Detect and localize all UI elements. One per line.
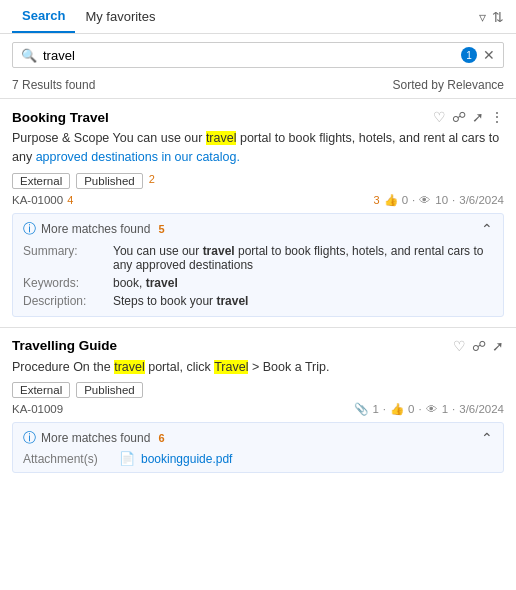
clear-icon[interactable]: ✕ <box>483 47 495 63</box>
copy-icon-2[interactable]: ☍ <box>472 338 486 354</box>
search-bar: 🔍 1 ✕ <box>12 42 504 68</box>
body-highlight-1a: travel <box>206 131 237 145</box>
info-icon-2: ⓘ <box>23 429 36 447</box>
share-icon-2[interactable]: ➚ <box>492 338 504 354</box>
more-matches-text-1: More matches found <box>41 222 150 236</box>
orange-num-1: 3 <box>374 194 380 206</box>
tab-favorites[interactable]: My favorites <box>75 1 165 32</box>
card-body-1: Purpose & Scope You can use our travel p… <box>12 129 504 167</box>
tag-external-2: External <box>12 382 70 398</box>
match-details-2: Attachment(s) 📄 bookingguide.pdf <box>23 451 493 466</box>
card-actions-1: ♡ ☍ ➚ ⋮ <box>433 109 504 125</box>
ka-id-2: KA-01009 <box>12 403 63 415</box>
meta-left-2: KA-01009 <box>12 403 63 415</box>
match-row-summary: Summary: You can use our travel portal t… <box>23 242 493 274</box>
card-title-2: Travelling Guide <box>12 338 117 353</box>
match-label-keywords: Keywords: <box>23 276 113 290</box>
match-value-description: Steps to book your travel <box>113 294 248 308</box>
view-count-2: 1 <box>442 403 448 415</box>
vote-icon-1: 👍 <box>384 193 398 207</box>
attach-count-2: 1 <box>372 403 378 415</box>
attachment-label-2: Attachment(s) <box>23 452 113 466</box>
card-header-2: Travelling Guide ♡ ☍ ➚ <box>12 338 504 354</box>
search-input[interactable] <box>43 48 457 63</box>
meta-left-1: KA-01000 4 <box>12 194 73 206</box>
view-icon-1: 👁 <box>419 194 431 206</box>
vote-count-2: 0 <box>408 403 414 415</box>
search-icon: 🔍 <box>21 48 37 63</box>
date-1: 3/6/2024 <box>459 194 504 206</box>
body-text-1a: Purpose & Scope You can use our <box>12 131 206 145</box>
sort-label: Sorted by Relevance <box>393 78 504 92</box>
tags-1: External Published 2 <box>12 173 504 189</box>
card-travelling-guide: Travelling Guide ♡ ☍ ➚ Procedure On the … <box>0 327 516 484</box>
view-count-1: 10 <box>435 194 448 206</box>
body-text-2c: > Book a Trip. <box>248 360 329 374</box>
results-header: 7 Results found Sorted by Relevance <box>0 76 516 98</box>
view-icon-2: 👁 <box>426 403 438 415</box>
body-highlight-2b: Travel <box>214 360 248 374</box>
tag-published-1: Published <box>76 173 143 189</box>
results-count: 7 Results found <box>12 78 95 92</box>
match-value-summary: You can use our travel portal to book fl… <box>113 244 493 272</box>
meta-right-2: 📎 1 · 👍 0 · 👁 1 · 3/6/2024 <box>354 402 504 416</box>
more-matches-1: ⓘ More matches found 5 ⌃ Summary: You ca… <box>12 213 504 317</box>
body-highlight-2a: travel <box>114 360 145 374</box>
match-badge-2: 6 <box>158 432 164 444</box>
copy-icon-1[interactable]: ☍ <box>452 109 466 125</box>
sort-icon[interactable]: ⇅ <box>492 9 504 25</box>
match-row-keywords: Keywords: book, travel <box>23 274 493 292</box>
card-body-2: Procedure On the travel portal, click Tr… <box>12 358 504 377</box>
more-matches-toggle-2[interactable]: ⓘ More matches found 6 ⌃ <box>23 429 493 447</box>
dot-sep-2a: · <box>383 403 386 415</box>
share-icon-1[interactable]: ➚ <box>472 109 484 125</box>
collapse-icon-1[interactable]: ⌃ <box>481 221 493 237</box>
tab-search[interactable]: Search <box>12 0 75 33</box>
heart-icon-1[interactable]: ♡ <box>433 109 446 125</box>
tag-external-1: External <box>12 173 70 189</box>
card-booking-travel: Booking Travel ♡ ☍ ➚ ⋮ Purpose & Scope Y… <box>0 98 516 327</box>
body-text-2b: portal, click <box>145 360 214 374</box>
dot-sep-1b: · <box>452 194 455 206</box>
filter-icon[interactable]: ▿ <box>479 9 486 25</box>
attachment-row-2: Attachment(s) 📄 bookingguide.pdf <box>23 451 493 466</box>
more-icon-1[interactable]: ⋮ <box>490 109 504 125</box>
tabs-bar: Search My favorites ▿ ⇅ <box>0 0 516 34</box>
card-header-1: Booking Travel ♡ ☍ ➚ ⋮ <box>12 109 504 125</box>
more-matches-label-2: ⓘ More matches found 6 <box>23 429 165 447</box>
dot-sep-2b: · <box>418 403 421 415</box>
tags-2: External Published <box>12 382 504 398</box>
match-label-description: Description: <box>23 294 113 308</box>
search-badge: 1 <box>461 47 477 63</box>
card-title-1: Booking Travel <box>12 110 109 125</box>
match-row-description: Description: Steps to book your travel <box>23 292 493 310</box>
dot-sep-2c: · <box>452 403 455 415</box>
body-text-2a: Procedure On the <box>12 360 114 374</box>
pdf-icon-2: 📄 <box>119 451 135 466</box>
dot-sep-1a: · <box>412 194 415 206</box>
tag-badge-1: 2 <box>149 173 155 189</box>
match-badge-1: 5 <box>158 223 164 235</box>
date-2: 3/6/2024 <box>459 403 504 415</box>
vote-icon-2: 👍 <box>390 402 404 416</box>
collapse-icon-2[interactable]: ⌃ <box>481 430 493 446</box>
attachment-file-2[interactable]: bookingguide.pdf <box>141 452 232 466</box>
ka-id-1: KA-01000 <box>12 194 63 206</box>
more-matches-label-1: ⓘ More matches found 5 <box>23 220 165 238</box>
match-value-keywords: book, travel <box>113 276 178 290</box>
attach-icon-2: 📎 <box>354 402 368 416</box>
more-matches-2: ⓘ More matches found 6 ⌃ Attachment(s) 📄… <box>12 422 504 473</box>
tag-published-2: Published <box>76 382 143 398</box>
meta-row-2: KA-01009 📎 1 · 👍 0 · 👁 1 · 3/6/2024 <box>12 402 504 416</box>
info-icon-1: ⓘ <box>23 220 36 238</box>
more-matches-text-2: More matches found <box>41 431 150 445</box>
match-label-summary: Summary: <box>23 244 113 272</box>
card-actions-2: ♡ ☍ ➚ <box>453 338 504 354</box>
meta-right-1: 3 👍 0 · 👁 10 · 3/6/2024 <box>374 193 505 207</box>
body-link-1[interactable]: approved destinations in our catalog. <box>36 150 240 164</box>
match-details-1: Summary: You can use our travel portal t… <box>23 242 493 310</box>
more-matches-toggle-1[interactable]: ⓘ More matches found 5 ⌃ <box>23 220 493 238</box>
vote-count-1: 0 <box>402 194 408 206</box>
heart-icon-2[interactable]: ♡ <box>453 338 466 354</box>
tab-actions: ▿ ⇅ <box>479 9 504 25</box>
